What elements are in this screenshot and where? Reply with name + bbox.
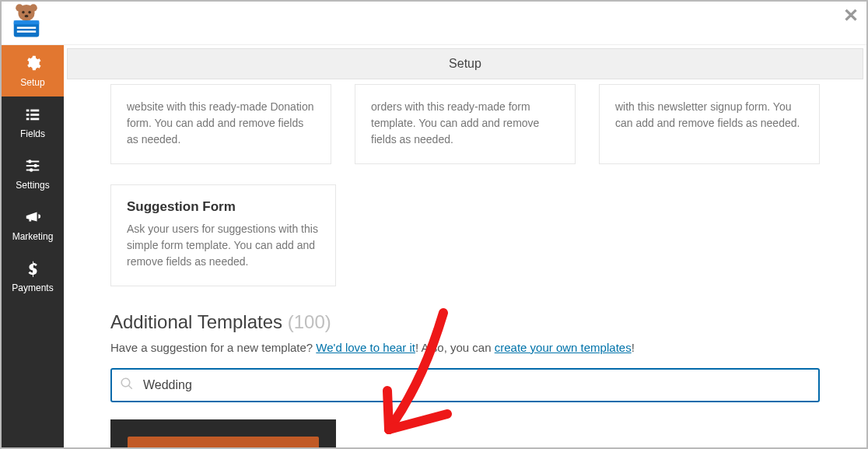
svg-point-21 xyxy=(30,168,33,171)
heading-count: (100) xyxy=(288,311,331,332)
svg-point-1 xyxy=(16,4,23,12)
additional-subline: Have a suggestion for a new template? We… xyxy=(110,341,820,354)
sidebar-item-setup[interactable]: Setup xyxy=(2,45,64,96)
dollar-icon xyxy=(24,260,41,279)
sidebar-item-label: Marketing xyxy=(12,231,54,242)
top-bar: ✕ xyxy=(2,2,866,45)
svg-rect-15 xyxy=(30,118,39,120)
sidebar-item-label: Payments xyxy=(12,282,53,293)
svg-rect-10 xyxy=(26,109,30,111)
template-desc: orders with this ready-made form templat… xyxy=(371,99,559,148)
svg-rect-9 xyxy=(17,30,36,32)
svg-rect-8 xyxy=(17,27,36,29)
template-desc: with this newsletter signup form. You ca… xyxy=(615,99,803,132)
create-wedding-rsvp-button[interactable]: Create a Wedding Invitation RSVP Form xyxy=(128,437,319,447)
bullhorn-icon xyxy=(24,209,41,228)
sidebar-item-label: Fields xyxy=(20,128,45,139)
search-icon xyxy=(120,377,134,394)
subline-text: ! Also, you can xyxy=(415,341,495,354)
svg-rect-11 xyxy=(30,109,39,111)
gear-icon xyxy=(24,54,41,74)
svg-point-2 xyxy=(30,4,37,12)
tab-setup[interactable]: Setup xyxy=(67,48,863,79)
svg-rect-12 xyxy=(26,114,30,116)
template-search-input[interactable] xyxy=(110,368,820,402)
heading-text: Additional Templates xyxy=(110,311,282,332)
tab-label: Setup xyxy=(449,57,481,71)
template-title: Suggestion Form xyxy=(127,199,320,215)
template-card-row: Suggestion Form Ask your users for sugge… xyxy=(110,184,820,286)
template-desc: website with this ready-made Donation fo… xyxy=(127,99,315,148)
sidebar-item-payments[interactable]: Payments xyxy=(2,251,64,302)
sidebar: Setup Fields Settings Marketing Payments xyxy=(2,45,64,447)
subline-text: ! xyxy=(632,341,635,354)
template-search xyxy=(110,368,820,402)
subline-text: Have a suggestion for a new template? xyxy=(110,341,316,354)
svg-point-17 xyxy=(28,160,31,163)
sliders-icon xyxy=(24,157,41,177)
list-icon xyxy=(24,106,41,125)
svg-rect-14 xyxy=(26,118,30,120)
template-card-row: website with this ready-made Donation fo… xyxy=(110,84,820,164)
sidebar-item-label: Setup xyxy=(20,77,44,88)
additional-templates-heading: Additional Templates (100) xyxy=(110,311,820,333)
search-result-card[interactable]: Create a Wedding Invitation RSVP Form xyxy=(110,419,336,447)
sidebar-item-fields[interactable]: Fields xyxy=(2,96,64,148)
svg-point-4 xyxy=(28,11,31,14)
close-icon[interactable]: ✕ xyxy=(843,5,859,26)
suggestion-link[interactable]: We'd love to hear it xyxy=(316,341,415,354)
sidebar-item-marketing[interactable]: Marketing xyxy=(2,199,64,251)
sidebar-item-label: Settings xyxy=(16,180,49,191)
template-card[interactable]: with this newsletter signup form. You ca… xyxy=(599,84,820,164)
main-area: website with this ready-made Donation fo… xyxy=(64,79,866,447)
svg-point-19 xyxy=(33,163,37,167)
svg-point-3 xyxy=(22,11,25,14)
wpforms-logo xyxy=(6,2,47,45)
sidebar-item-settings[interactable]: Settings xyxy=(2,148,64,199)
svg-rect-13 xyxy=(30,114,39,116)
create-own-link[interactable]: create your own templates xyxy=(495,341,632,354)
template-desc: Ask your users for suggestions with this… xyxy=(127,221,320,270)
template-card[interactable]: website with this ready-made Donation fo… xyxy=(110,84,331,164)
template-card[interactable]: orders with this ready-made form templat… xyxy=(355,84,576,164)
svg-point-5 xyxy=(25,15,29,17)
svg-rect-7 xyxy=(14,20,40,24)
template-card-suggestion[interactable]: Suggestion Form Ask your users for sugge… xyxy=(110,184,336,286)
